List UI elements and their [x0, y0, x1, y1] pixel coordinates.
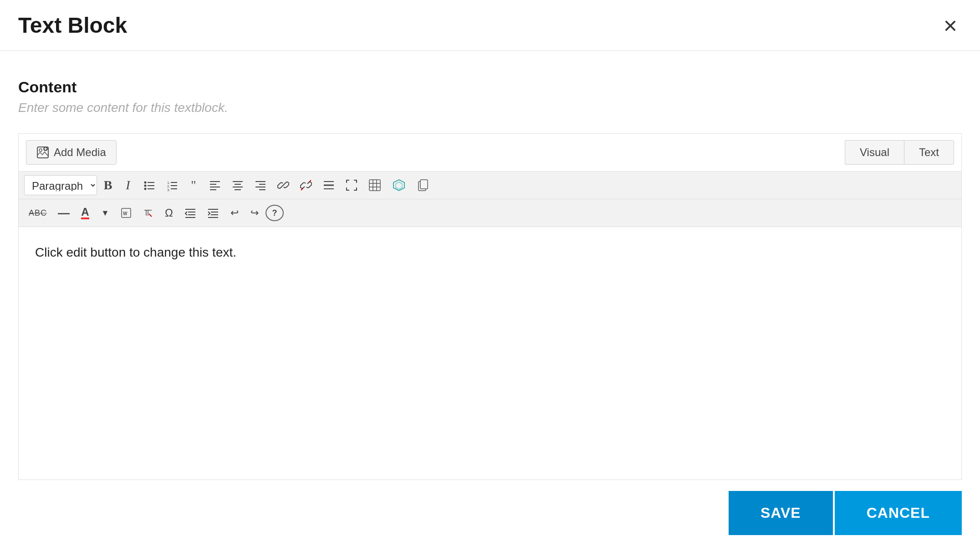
horizontal-line-button[interactable]: — — [53, 203, 74, 223]
svg-line-46 — [149, 214, 152, 217]
insert-link-button[interactable] — [273, 175, 294, 195]
close-button[interactable]: × — [939, 14, 962, 37]
add-media-button[interactable]: Add Media — [26, 140, 117, 165]
cancel-button[interactable]: CANCEL — [835, 491, 962, 535]
ordered-list-button[interactable]: 1.2.3. — [162, 175, 183, 195]
svg-marker-41 — [396, 182, 402, 189]
svg-point-9 — [144, 188, 147, 190]
visual-composer-button[interactable] — [388, 175, 410, 195]
align-right-button[interactable] — [250, 175, 271, 195]
unlink-button[interactable] — [296, 175, 316, 195]
svg-text:3.: 3. — [167, 188, 170, 191]
dialog: Text Block × Content Enter some content … — [0, 0, 980, 546]
help-button[interactable]: ? — [265, 205, 284, 221]
svg-rect-35 — [369, 180, 380, 191]
indent-decrease-button[interactable] — [180, 203, 201, 223]
undo-button[interactable]: ↩ — [225, 203, 244, 223]
editor-container: Add Media Visual Text Paragraph B I — [18, 133, 962, 480]
editor-top-bar: Add Media Visual Text — [19, 134, 961, 172]
copy-paste-button[interactable] — [412, 175, 434, 195]
svg-point-1 — [39, 149, 42, 152]
save-button[interactable]: SAVE — [729, 491, 833, 535]
unordered-list-button[interactable] — [139, 175, 160, 195]
toolbar-row2: ABC — A ▼ W Ω ↩ ↪ — [19, 199, 961, 227]
italic-button[interactable]: I — [119, 175, 137, 195]
dialog-header: Text Block × — [0, 0, 980, 51]
blockquote-button[interactable]: " — [184, 175, 203, 195]
font-color-button[interactable]: A — [76, 203, 94, 223]
view-tabs: Visual Text — [845, 140, 954, 165]
table-button[interactable] — [364, 175, 386, 195]
special-char-button[interactable]: Ω — [160, 203, 178, 223]
add-media-icon — [36, 146, 49, 159]
svg-line-29 — [282, 184, 285, 187]
bold-button[interactable]: B — [99, 175, 117, 195]
svg-line-31 — [309, 180, 311, 182]
remove-format-button[interactable] — [138, 203, 158, 223]
dialog-footer: SAVE CANCEL — [0, 480, 980, 546]
field-label: Content — [18, 78, 962, 96]
tab-visual[interactable]: Visual — [845, 140, 904, 165]
tab-text[interactable]: Text — [904, 140, 954, 165]
horizontal-rule-button[interactable] — [318, 175, 339, 195]
align-left-button[interactable] — [204, 175, 225, 195]
svg-rect-43 — [420, 180, 428, 189]
svg-point-5 — [144, 182, 147, 184]
field-description: Enter some content for this textblock. — [18, 101, 962, 115]
svg-line-30 — [301, 188, 303, 190]
paste-word-button[interactable]: W — [116, 203, 136, 223]
svg-point-7 — [144, 185, 147, 187]
font-color-dropdown[interactable]: ▼ — [96, 203, 114, 223]
strikethrough-button[interactable]: ABC — [24, 203, 51, 223]
dialog-title: Text Block — [18, 13, 127, 38]
add-media-label: Add Media — [54, 146, 106, 159]
fullscreen-button[interactable] — [341, 175, 362, 195]
align-center-button[interactable] — [227, 175, 248, 195]
editor-content[interactable]: Click edit button to change this text. — [19, 227, 961, 480]
indent-increase-button[interactable] — [203, 203, 224, 223]
svg-text:W: W — [123, 211, 128, 216]
toolbar-row1: Paragraph B I 1.2.3. " — [19, 172, 961, 199]
redo-button[interactable]: ↪ — [245, 203, 264, 223]
dialog-body: Content Enter some content for this text… — [0, 51, 980, 480]
paragraph-select[interactable]: Paragraph — [24, 175, 97, 195]
